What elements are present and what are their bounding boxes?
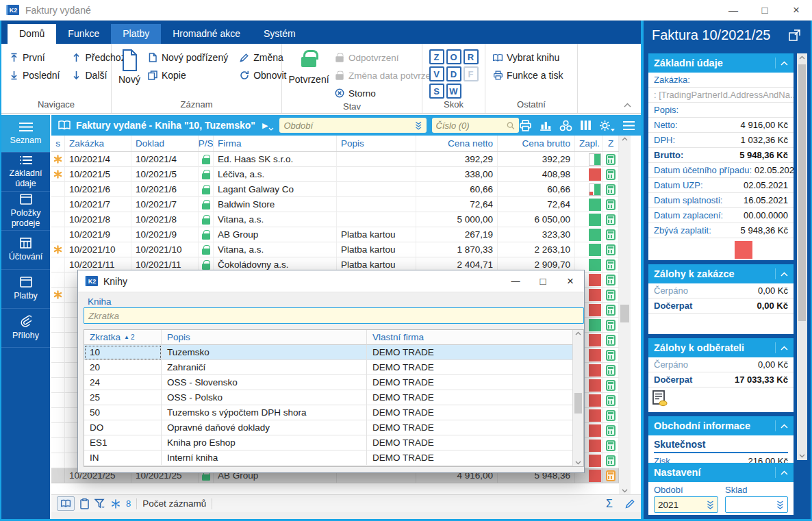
filter-icon[interactable] [94, 498, 105, 509]
period-combo[interactable]: 2021 [654, 496, 718, 513]
dialog-scrollbar[interactable] [572, 330, 583, 466]
jump-key-d[interactable]: D [446, 66, 461, 81]
jump-key-r[interactable]: R [464, 49, 479, 64]
columns-icon[interactable] [580, 120, 592, 131]
tab-platby[interactable]: Platby [111, 24, 161, 44]
tab-funkce[interactable]: Funkce [56, 24, 111, 44]
select-book-button[interactable]: Vybrat knihu [492, 49, 563, 66]
section-header-nastaveni[interactable]: Nastavení [648, 463, 794, 482]
column-header-doklad[interactable]: Doklad [131, 136, 199, 151]
jump-key-o[interactable]: O [446, 49, 461, 64]
jump-key-z[interactable]: Z [429, 49, 444, 64]
settings-gear-icon[interactable] [599, 120, 615, 131]
collapse-icon[interactable] [775, 268, 788, 279]
sidebar-item-prilohy[interactable]: Přílohy [1, 309, 50, 348]
dialog-minimize-button[interactable]: — [502, 271, 529, 292]
number-filter[interactable] [432, 118, 519, 133]
minimize-button[interactable]: — [718, 0, 749, 20]
invoice-row[interactable]: 10/2021/710/2021/7Baldwin Store72,6472,6… [51, 197, 619, 212]
invoice-row[interactable]: 10/2021/1010/2021/10Vitana, a.s.Platba k… [51, 242, 619, 257]
functions-print-button[interactable]: Funkce a tisk [492, 67, 563, 84]
invoice-row[interactable]: 10/2021/410/2021/4Ed. Haas SK s.r.o.392,… [51, 152, 619, 167]
book-row[interactable]: ES1Kniha pro EshopDEMO TRADE [84, 435, 583, 450]
jump-key-w[interactable]: W [446, 84, 461, 99]
column-header-zkratka[interactable]: Zkratka▲2 [84, 330, 162, 345]
column-header-vlastni-firma[interactable]: Vlastní firma [367, 330, 574, 345]
sidebar-item-polozky-prodeje[interactable]: Položky prodeje [1, 192, 50, 231]
book-row[interactable]: DOOpravné daňové dokladyDEMO TRADE [84, 420, 583, 435]
copy-button[interactable]: Kopie [147, 67, 228, 84]
tab-system[interactable]: Systém [252, 24, 307, 44]
column-header-firma[interactable]: Firma [214, 136, 337, 151]
book-row[interactable]: 25OSS - PolskoDEMO TRADE [84, 390, 583, 405]
new-child-button[interactable]: Nový podřízený [147, 49, 228, 66]
panel-scrollbar[interactable] [797, 53, 807, 460]
column-header-s[interactable]: s [51, 136, 65, 151]
column-header-popis[interactable]: Popis [162, 330, 367, 345]
tab-domu[interactable]: Domů [8, 24, 56, 44]
book-row[interactable]: 24OSS - SlovenskoDEMO TRADE [84, 375, 583, 390]
close-button[interactable]: × [781, 0, 812, 20]
scrollbar-thumb[interactable] [620, 305, 629, 322]
refresh-button[interactable]: Obnovit [239, 67, 286, 84]
book-row[interactable]: 10TuzemskoDEMO TRADE [84, 345, 583, 360]
dialog-maximize-button[interactable]: □ [529, 271, 557, 292]
scroll-up-icon[interactable] [797, 55, 807, 60]
print-icon[interactable] [519, 120, 532, 131]
chart-icon[interactable] [540, 120, 552, 131]
first-record-button[interactable]: První [8, 49, 60, 66]
invoice-row[interactable]: 10/2021/810/2021/8Vitana, a.s.5 000,006 … [51, 212, 619, 227]
dialog-titlebar[interactable]: K2 Knihy — □ × [78, 270, 584, 292]
view-book-toggle[interactable] [57, 496, 75, 511]
invoice-row[interactable]: 10/2021/510/2021/5Léčiva, a.s.338,00408,… [51, 167, 619, 182]
section-header-zakladni-udaje[interactable]: Základní údaje [648, 53, 794, 73]
period-filter-input[interactable] [283, 120, 415, 131]
last-record-button[interactable]: Poslední [8, 67, 60, 84]
tab-hromadne-akce[interactable]: Hromadné akce [161, 24, 252, 44]
book-row[interactable]: 20ZahraničíDEMO TRADE [84, 360, 583, 375]
jump-key-s[interactable]: S [429, 84, 444, 99]
snowflake-icon[interactable] [111, 499, 120, 509]
dialog-close-button[interactable]: × [557, 271, 584, 292]
triple-chevron-icon[interactable] [415, 121, 422, 130]
scroll-down-icon[interactable] [619, 489, 631, 493]
book-row[interactable]: INInterní knihaDEMO TRADE [84, 450, 583, 466]
edit-pencil-icon[interactable] [625, 498, 635, 509]
sum-icon[interactable]: Σ [606, 498, 613, 510]
number-filter-input[interactable] [436, 120, 507, 131]
column-header-cena-netto[interactable]: Cena netto [416, 136, 498, 151]
section-header-obchodni-informace[interactable]: Obchodní informace [648, 416, 794, 435]
scroll-down-icon[interactable] [573, 461, 583, 465]
expand-book-arrow-icon[interactable]: ▶ [262, 121, 268, 130]
section-header-zalohy-zakazka[interactable]: Zálohy k zakázce [648, 264, 794, 283]
scroll-down-icon[interactable] [797, 454, 807, 458]
grid-menu-icon[interactable] [622, 120, 635, 131]
scrollbar-thumb[interactable] [574, 393, 582, 414]
advance-document-icon[interactable] [652, 390, 668, 407]
sidebar-item-zakladni-udaje[interactable]: Základní údaje [1, 153, 50, 192]
edit-button[interactable]: Změna [239, 49, 286, 66]
ribbon-collapse-icon[interactable] [624, 103, 631, 107]
open-in-window-icon[interactable] [789, 29, 800, 41]
column-header-ps[interactable]: P/S [199, 136, 214, 151]
sidebar-item-seznam[interactable]: Seznam [1, 115, 50, 153]
collapse-icon[interactable] [775, 342, 788, 353]
warehouse-combo[interactable] [725, 496, 788, 513]
column-header-z[interactable]: Z [603, 136, 619, 151]
confirm-button[interactable]: Potvrzení [289, 49, 329, 85]
clipboard-icon[interactable] [80, 498, 89, 509]
column-header-zapl[interactable]: Zapl. [575, 136, 603, 151]
column-header-zakazka[interactable]: Zakázka [65, 136, 131, 151]
jump-key-v[interactable]: V [429, 66, 444, 81]
collapse-icon[interactable] [775, 420, 788, 431]
maximize-button[interactable]: □ [749, 0, 781, 20]
grid-vertical-scrollbar[interactable] [619, 136, 631, 494]
collapse-icon[interactable] [775, 467, 788, 478]
book-row[interactable]: 50Tuzemsko s výpočtem DPH shoraDEMO TRAD… [84, 405, 583, 420]
scroll-up-icon[interactable] [573, 331, 583, 335]
scrollbar-thumb[interactable] [798, 64, 806, 321]
book-search-input[interactable] [84, 307, 584, 324]
column-header-popis[interactable]: Popis [337, 136, 416, 151]
sidebar-item-platby[interactable]: Platby [1, 270, 50, 309]
column-header-cena-brutto[interactable]: Cena brutto [498, 136, 575, 151]
